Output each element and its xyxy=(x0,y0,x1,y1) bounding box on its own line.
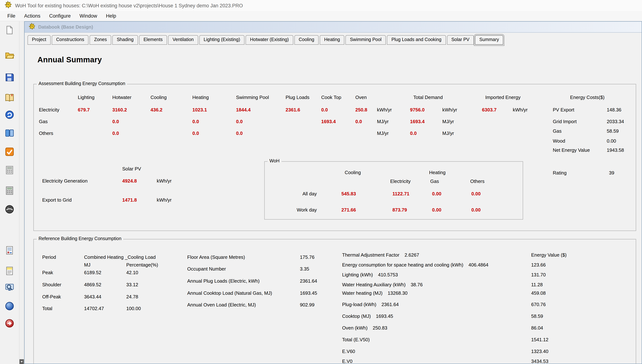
ref-value-oven: 86.04 xyxy=(531,325,543,331)
tab-zones[interactable]: Zones xyxy=(90,35,111,45)
grid-import-value: 2033.34 xyxy=(607,119,624,124)
window-titlebar: WoH Tool for existing houses: C:\WoH exi… xyxy=(0,0,642,11)
toolbar-billing-calculator-button[interactable] xyxy=(4,185,15,196)
peak-pct: 42.10 xyxy=(126,270,138,275)
toolbar-split-view-button[interactable] xyxy=(4,128,15,138)
electricity-total-unit: kWh/yr xyxy=(442,107,457,112)
tab-plug-loads-and-cooking[interactable]: Plug Loads and Cooking xyxy=(387,35,446,45)
ref-row-lighting: Lighting (kWh)410.5753 xyxy=(342,272,398,278)
electricity-plug-loads-value: 2361.6 xyxy=(286,107,300,112)
peak-mj: 6189.52 xyxy=(84,270,101,275)
menu-window[interactable]: Window xyxy=(75,12,102,20)
ref-label-total-ev50: Total (E.V50) xyxy=(342,337,370,342)
ref-value-space-heating-cooling: 123.66 xyxy=(531,262,546,268)
menu-actions[interactable]: Actions xyxy=(20,12,45,20)
ref-amount-oven: 250.83 xyxy=(373,325,387,331)
tab-constructions[interactable]: Constructions xyxy=(52,35,89,45)
toolbar-save-button[interactable] xyxy=(4,72,15,83)
woh-electricity-header: Electricity xyxy=(390,178,410,184)
gas-swimming-pool-value: 0.0 xyxy=(236,119,243,124)
tab-shading[interactable]: Shading xyxy=(112,35,138,45)
col-header-lighting: Lighting xyxy=(78,94,95,100)
woh-all-day-gas: 0.00 xyxy=(432,191,442,196)
ref-label-oven: Oven (kWh) xyxy=(342,325,368,331)
toolbar-open-project-button[interactable] xyxy=(4,50,15,60)
tab-heating[interactable]: Heating xyxy=(320,35,344,45)
red-arrow-icon xyxy=(5,318,14,328)
menu-help[interactable]: Help xyxy=(102,12,121,20)
annual-oven-load-label: Annual Oven Load (Electric, MJ) xyxy=(187,302,256,308)
pv-export-value: 148.36 xyxy=(607,107,621,112)
toolbar-new-document-button[interactable] xyxy=(4,24,15,36)
ref-row-ev0: E.V0 xyxy=(342,358,352,364)
scroll-down-button[interactable] xyxy=(20,359,24,364)
ref-amount-plug-load: 2361.64 xyxy=(381,302,399,307)
gas-unit: MJ/yr xyxy=(377,119,389,124)
col-header-heating: Heating xyxy=(192,94,209,100)
databook-title: Databook (Base Design) xyxy=(38,24,93,30)
others-heating-value: 0.0 xyxy=(192,130,199,136)
ref-amount-space-heating-cooling: 406.4864 xyxy=(469,262,488,268)
gas-cost-value: 58.59 xyxy=(607,128,619,134)
toolbar-assessment-button[interactable] xyxy=(4,146,15,157)
toolbar-web-button[interactable] xyxy=(4,204,15,215)
toolbar-exit-button[interactable] xyxy=(4,318,15,329)
thermal-adjustment-value: 2.6267 xyxy=(404,252,419,258)
notes-icon xyxy=(5,266,14,276)
mdi-client-area: Databook (Base Design) ProjectConstructi… xyxy=(0,21,642,364)
toolbar-databook-button[interactable] xyxy=(4,92,15,103)
tab-elements[interactable]: Elements xyxy=(139,35,167,45)
electricity-cook-top-value: 0.0 xyxy=(321,107,328,112)
combined-load-header: Combined Heating _Cooling Load xyxy=(84,254,156,260)
tab-lighting-existing[interactable]: Lighting (Existing) xyxy=(199,35,245,45)
menu-file[interactable]: File xyxy=(3,12,20,20)
woh-all-day-cooling: 545.83 xyxy=(341,191,356,196)
tab-project[interactable]: Project xyxy=(28,35,51,45)
woh-work-day-gas: 0.00 xyxy=(432,207,442,212)
databook-titlebar[interactable]: Databook (Base Design) xyxy=(25,22,642,32)
woh-work-day-electricity: 873.79 xyxy=(392,207,407,212)
new-document-icon xyxy=(5,25,14,35)
toolbar-report-button[interactable] xyxy=(4,245,15,256)
toolbar-preview-button[interactable] xyxy=(4,282,15,293)
tab-cooling[interactable]: Cooling xyxy=(294,35,319,45)
grid-import-label: Grid Import xyxy=(553,119,577,124)
tab-solar-pv[interactable]: Solar PV xyxy=(447,35,474,45)
woh-work-day-others: 0.00 xyxy=(471,207,481,212)
menu-configure[interactable]: Configure xyxy=(45,12,75,20)
annual-cooktop-load-value: 1693.45 xyxy=(300,290,317,296)
total-pct: 100.00 xyxy=(126,306,141,311)
ref-label-ev60: E.V60 xyxy=(342,348,355,354)
mdi-vertical-scrollbar[interactable] xyxy=(19,21,24,364)
col-header-plug-loads: Plug Loads xyxy=(286,94,309,100)
gas-total-demand: 1693.4 xyxy=(410,119,425,124)
period-header: Period xyxy=(42,254,56,260)
floor-area-value: 175.76 xyxy=(300,254,315,260)
split-view-icon xyxy=(5,128,14,138)
ref-row-ev60: E.V60 xyxy=(342,348,355,354)
ref-label-ev0: E.V0 xyxy=(342,358,352,364)
gas-cost-label: Gas xyxy=(553,128,562,134)
row-label-electricity: Electricity xyxy=(39,107,59,112)
tab-summary[interactable]: Summary xyxy=(475,35,503,45)
toolbar-calculator-button[interactable] xyxy=(4,164,15,176)
tab-swimming-pool[interactable]: Swimming Pool xyxy=(345,35,386,45)
ref-value-water-heating: 459.08 xyxy=(531,290,546,296)
toolbar-refresh-button[interactable] xyxy=(4,109,15,120)
electricity-oven-value: 250.8 xyxy=(355,107,367,112)
row-label-gas: Gas xyxy=(39,119,48,124)
tab-hotwater-existing[interactable]: Hotwater (Existing) xyxy=(246,35,293,45)
ref-value-lighting: 131.70 xyxy=(531,272,546,278)
toolbar-run-button[interactable] xyxy=(4,300,15,312)
others-hotwater-value: 0.0 xyxy=(112,130,119,136)
tab-ventilation[interactable]: Ventilation xyxy=(168,35,198,45)
electricity-heating-value: 1023.1 xyxy=(192,107,207,112)
net-energy-value-value: 1943.58 xyxy=(607,147,624,153)
ref-row-plug-load: Plug-load (kWh)2361.64 xyxy=(342,302,399,307)
wood-cost-label: Wood xyxy=(553,138,565,144)
off-peak-label: Off-Peak xyxy=(42,294,61,300)
gas-oven-value: 0.0 xyxy=(355,119,362,124)
toolbar-notes-button[interactable] xyxy=(4,266,15,276)
ref-row-water-heating: Water heating (MJ)13268.30 xyxy=(342,290,408,296)
woh-cooling-header: Cooling xyxy=(345,170,361,175)
